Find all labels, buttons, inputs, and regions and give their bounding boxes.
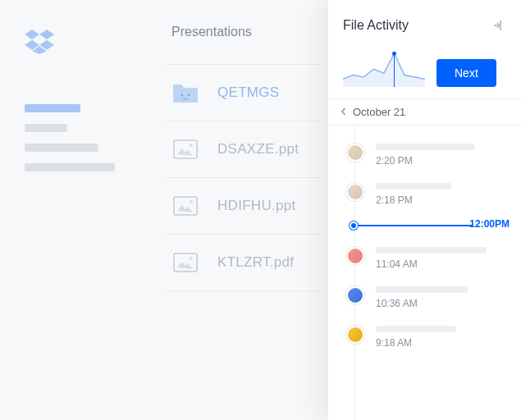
activity-sparkline [343,48,425,87]
activity-time: 11:04 AM [376,258,506,270]
nav-item[interactable] [25,124,67,132]
activity-item[interactable]: 11:04 AM [328,239,521,278]
image-file-icon [171,194,199,217]
file-list: Presentations QETMGSDSAXZE.pptHDIFHU.ppt… [148,0,328,420]
avatar [346,326,364,344]
next-button[interactable]: Next [436,59,496,87]
panel-title: File Activity [343,18,409,33]
activity-item[interactable]: 10:36 AM [328,278,521,317]
chevron-left-icon[interactable] [340,106,348,118]
nav-item[interactable] [25,144,98,152]
date-navigator[interactable]: October 21 [328,98,521,126]
svg-point-13 [190,257,193,260]
file-name: HDIFHU.ppt [217,198,296,214]
file-row[interactable]: HDIFHU.ppt [165,177,320,234]
svg-point-15 [392,52,396,56]
avatar [346,247,364,265]
svg-rect-7 [183,98,188,99]
marker-dot-icon [350,221,358,230]
svg-rect-8 [174,140,197,158]
file-row[interactable]: QETMGS [165,64,320,121]
folder-icon [171,81,199,104]
file-row[interactable]: KTLZRT.pdf [165,234,320,291]
activity-panel: File Activity Next October 21 [328,0,521,420]
nav-placeholder [25,104,123,171]
activity-text-placeholder [376,286,468,293]
timeline-marker[interactable]: 12:00PM [328,217,521,232]
svg-marker-0 [25,30,39,39]
svg-marker-1 [39,30,54,39]
file-list-title: Presentations [165,25,320,39]
activity-item[interactable]: 2:20 PM [328,135,521,175]
file-name: QETMGS [217,84,279,101]
activity-item[interactable]: 2:18 PM [328,175,521,214]
dropbox-logo-icon [25,29,54,55]
svg-point-11 [190,200,193,203]
marker-line [353,225,472,226]
image-file-icon [171,138,199,161]
activity-text-placeholder [376,247,487,253]
collapse-icon[interactable] [491,18,506,33]
avatar [346,183,364,201]
file-name: KTLZRT.pdf [217,254,294,271]
activity-time: 9:18 AM [376,337,506,349]
svg-point-6 [188,94,190,97]
nav-item-active[interactable] [25,104,80,112]
image-file-icon [171,251,199,274]
sidebar [0,0,148,420]
activity-text-placeholder [376,183,451,189]
marker-time: 12:00PM [469,218,510,230]
svg-point-9 [190,144,193,147]
activity-time: 2:20 PM [376,155,506,167]
avatar [346,286,364,304]
date-label: October 21 [353,106,405,118]
svg-rect-12 [174,253,197,272]
activity-text-placeholder [376,144,474,150]
file-name: DSAXZE.ppt [217,141,299,158]
activity-timeline: 2:20 PM2:18 PM12:00PM11:04 AM10:36 AM9:1… [328,126,521,420]
avatar [346,144,364,162]
file-row[interactable]: DSAXZE.ppt [165,121,320,177]
svg-point-5 [181,94,184,97]
svg-rect-10 [174,197,197,215]
activity-item[interactable]: 9:18 AM [328,317,521,357]
activity-text-placeholder [376,326,456,332]
nav-item[interactable] [25,163,115,171]
activity-time: 2:18 PM [376,194,506,206]
activity-time: 10:36 AM [376,298,506,309]
